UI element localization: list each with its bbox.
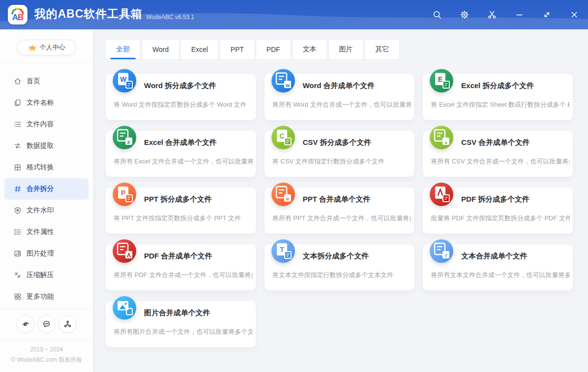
sidebar-item-file-name[interactable]: 文件名称 [4,92,89,114]
sidebar-item-home[interactable]: 首页 [4,70,89,92]
sidebar: 个人中心 首页文件名称文件内容数据提取格式转换合并拆分文件水印文件属性图片处理压… [0,29,94,372]
titlebar-search-button[interactable] [423,0,451,29]
card-description: 将 Excel 文件按指定 Sheet 数或行数拆分成多个 Exc [431,100,570,109]
card-word-split[interactable]: W Word 拆分成多个文件 将 Word 文件按指定页数拆分成多个 Word … [105,73,256,120]
card-title: Excel 合并成单个文件 [144,138,217,147]
sidebar-nav: 首页文件名称文件内容数据提取格式转换合并拆分文件水印文件属性图片处理压缩解压更多… [0,63,93,307]
sidebar-item-label: 文件水印 [26,206,54,215]
card-ppt-split[interactable]: P PPT 拆分成多个文件 将 PPT 文件按指定页数拆分成多个 PPT 文件 [105,187,256,234]
card-text-merge[interactable]: T 文本合并成单个文件 将所有文本文件合并成一个文件，也可以批量将多 [422,244,573,291]
tab-other[interactable]: 其它 [365,39,400,60]
card-title: PDF 合并成单个文件 [144,252,212,261]
card-description: 将所有 Excel 文件合并成一个文件，也可以批量将多 [114,157,253,166]
word-split-icon: W [113,69,136,93]
logo-text: AB [8,13,27,23]
card-title: CSV 拆分成多个文件 [303,138,371,147]
social-buttons-row: e [0,308,93,340]
tab-pdf[interactable]: PDF [256,39,291,60]
personal-center-button[interactable]: 个人中心 [17,40,76,55]
sidebar-item-image-process[interactable]: 图片处理 [4,243,89,264]
svg-text:T: T [445,254,448,258]
tab-text[interactable]: 文本 [292,39,327,60]
card-title: 文本合并成单个文件 [461,252,527,261]
close-icon [569,10,579,20]
card-excel-split[interactable]: E Excel 拆分成多个文件 将 Excel 文件按指定 Sheet 数或行数… [422,73,573,120]
card-description: 将文本文件按指定行数拆分成多个文本文件 [272,271,412,279]
card-description: 将所有 CSV 文件合并成一个文件，也可以批量将多 [431,157,570,166]
minimize-icon [514,10,524,20]
scissors-icon [487,10,497,20]
share-network-icon [64,320,72,328]
tool-card-grid: W Word 拆分成多个文件 将 Word 文件按指定页数拆分成多个 Word … [93,60,588,348]
svg-text:P: P [121,189,125,197]
card-title: Word 合并成单个文件 [303,81,375,91]
copyright-owner: © WodeABC.com 版权所有 [0,355,93,366]
excel-split-icon: E [430,69,453,93]
settings-icon [460,10,469,20]
chat-button[interactable] [38,315,55,333]
sidebar-item-compress[interactable]: 压缩解压 [4,264,89,286]
app-logo: AB [8,5,27,24]
titlebar-resize-button[interactable] [533,0,561,29]
more-icon [14,293,22,301]
tab-all[interactable]: 全部 [105,39,141,60]
image-merge-icon [113,296,136,320]
card-csv-merge[interactable]: a CSV 合并成单个文件 将所有 CSV 文件合并成一个文件，也可以批量将多 [422,130,573,177]
sidebar-item-merge-split[interactable]: 合并拆分 [4,178,89,200]
tab-image[interactable]: 图片 [328,39,364,60]
home-icon [14,77,22,85]
card-description: 将所有 PDF 文件合并成一个文件，也可以批量将多 [114,271,253,279]
tab-excel[interactable]: Excel [180,39,219,60]
sidebar-item-label: 格式转换 [26,163,54,172]
card-word-merge[interactable]: W Word 合并成单个文件 将所有 Word 文件合并成一个文件，也可以批量将… [264,73,415,120]
card-title: Excel 拆分成多个文件 [461,81,534,91]
card-description: 批量将 PDF 文件按指定页数拆分成多个 PDF 文件 [431,214,570,223]
card-title: 文本拆分成多个文件 [303,252,369,261]
text-merge-icon: T [430,239,453,263]
svg-text:C: C [279,132,284,140]
titlebar-settings-button[interactable] [451,0,478,29]
sidebar-item-file-attrs[interactable]: 文件属性 [4,221,89,243]
window-controls [423,0,588,29]
ppt-merge-icon: P [271,183,295,206]
card-title: PDF 拆分成多个文件 [461,195,529,204]
merge-split-icon [14,185,22,193]
card-excel-merge[interactable]: E Excel 合并成单个文件 将所有 Excel 文件合并成一个文件，也可以批… [105,130,256,177]
sidebar-item-data-extract[interactable]: 数据提取 [4,135,89,157]
svg-text:P: P [286,197,289,202]
card-description: 将 CSV 文件按指定行数拆分成多个文件 [272,157,412,166]
titlebar-minimize-button[interactable] [506,0,533,29]
card-ppt-merge[interactable]: P PPT 合并成单个文件 将所有 PPT 文件合并成一个文件，也可以批量将多 [264,187,415,234]
sidebar-item-label: 更多功能 [26,292,54,301]
pdf-merge-icon [113,239,136,263]
card-title: CSV 合并成单个文件 [461,138,530,147]
sidebar-item-label: 合并拆分 [26,185,54,193]
copyright-years: 2013 ~ 2024 [0,345,93,355]
card-pdf-merge[interactable]: PDF 合并成单个文件 将所有 PDF 文件合并成一个文件，也可以批量将多 [105,244,256,291]
csv-split-icon: C [271,126,295,149]
watermark-icon [14,207,22,214]
personal-center-label: 个人中心 [40,43,65,52]
card-pdf-split[interactable]: PDF 拆分成多个文件 批量将 PDF 文件按指定页数拆分成多个 PDF 文件 [422,187,573,234]
card-description: 将所有文本文件合并成一个文件，也可以批量将多 [431,271,570,279]
word-merge-icon: W [271,69,295,93]
app-title: 我的ABC软件工具箱 [34,6,143,22]
card-title: Word 拆分成多个文件 [144,81,216,91]
sidebar-item-format-convert[interactable]: 格式转换 [4,157,89,178]
share-button[interactable] [59,315,76,333]
sidebar-item-more[interactable]: 更多功能 [4,286,89,307]
sidebar-item-watermark[interactable]: 文件水印 [4,200,89,221]
image-process-icon [14,250,22,257]
tab-word[interactable]: Word [142,39,179,60]
browser-button[interactable]: e [17,315,34,333]
card-text-split[interactable]: T 文本拆分成多个文件 将文本文件按指定行数拆分成多个文本文件 [264,244,415,291]
sidebar-item-file-content[interactable]: 文件内容 [4,114,89,135]
app-version: WodeABC v6.53.1 [146,14,195,21]
titlebar-scissors-button[interactable] [478,0,506,29]
format-convert-icon [14,163,22,171]
titlebar-close-button[interactable] [561,0,588,29]
tab-ppt[interactable]: PPT [220,39,254,60]
card-image-merge[interactable]: 图片合并成单个文件 将所有图片合并成一个文件，也可以批量将多个文件 [105,301,256,348]
card-csv-split[interactable]: C CSV 拆分成多个文件 将 CSV 文件按指定行数拆分成多个文件 [264,130,415,177]
card-title: PPT 合并成单个文件 [303,195,370,204]
